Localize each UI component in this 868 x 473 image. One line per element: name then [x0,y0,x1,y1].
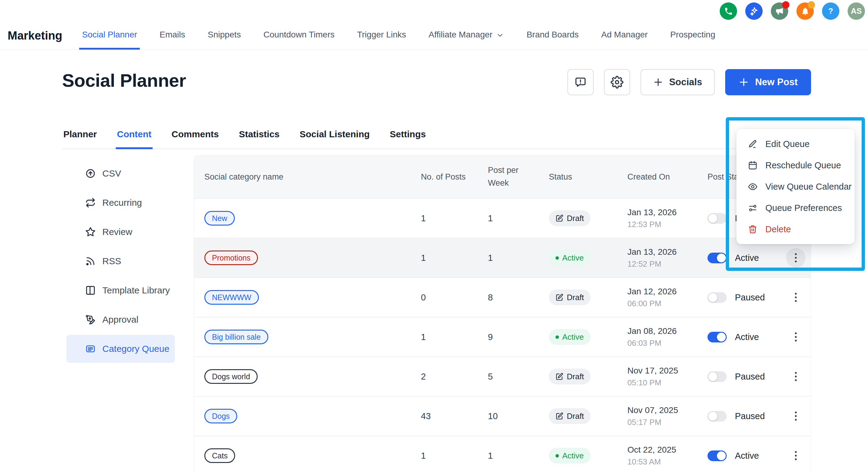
column-header: Status [549,172,627,182]
created-on-cell: Jan 08, 202606:03 PM [627,327,708,347]
kebab-menu-button[interactable] [786,406,806,426]
nav-item-label: Affiliate Manager [429,30,493,40]
add-socials-button[interactable]: Socials [641,69,715,95]
tab-social-listening[interactable]: Social Listening [299,123,371,149]
kebab-menu-button[interactable] [786,446,806,465]
sidebar-item-rss[interactable]: RSS [66,247,175,275]
phone-icon[interactable] [720,2,737,20]
post-status-label: Paused [735,411,765,421]
status-badge-label: Active [562,253,584,263]
sidebar-item-label: Category Queue [102,344,169,354]
avatar[interactable]: AS [847,2,865,20]
tab-statistics[interactable]: Statistics [238,123,280,149]
kebab-menu-button[interactable] [786,327,806,347]
nav-item-countdown-timers[interactable]: Countdown Timers [261,22,337,49]
category-pill[interactable]: Dogs [204,409,237,424]
csv-upload-icon [85,168,96,179]
sidebar-item-category-queue[interactable]: Category Queue [66,335,175,363]
post-status-toggle[interactable] [708,450,727,461]
post-per-week-cell: 10 [488,411,549,421]
sidebar-item-label: RSS [102,256,121,266]
post-status-toggle[interactable] [708,371,727,382]
queue-context-menu: Edit QueueReschedule QueueView Queue Cal… [737,129,855,244]
kebab-menu-button[interactable] [786,248,806,268]
megaphone-icon[interactable] [771,2,788,20]
draft-status-badge: Draft [549,210,591,226]
category-pill[interactable]: NEWWWW [204,290,259,305]
tab-planner[interactable]: Planner [62,123,98,149]
created-time: 12:52 PM [627,260,708,268]
post-status-toggle[interactable] [708,213,727,224]
no-of-posts-cell: 1 [421,451,488,461]
sidebar-item-template-library[interactable]: Template Library [66,276,175,304]
actions-cell [786,327,811,347]
menu-item-label: Delete [765,224,791,234]
tab-settings[interactable]: Settings [389,123,427,149]
new-post-button-label: New Post [755,77,798,88]
created-date: Jan 08, 2026 [627,327,708,335]
category-pill[interactable]: New [204,211,235,226]
help-icon[interactable]: ? [822,2,839,20]
post-status-toggle[interactable] [708,332,727,342]
nav-item-trigger-links[interactable]: Trigger Links [354,22,409,49]
menu-item-edit-queue[interactable]: Edit Queue [737,133,855,155]
tab-comments[interactable]: Comments [170,123,220,149]
menu-item-delete[interactable]: Delete [737,218,855,240]
status-badge-label: Draft [567,214,584,223]
sidebar-item-approval[interactable]: Approval [66,306,175,334]
kebab-menu-button[interactable] [786,367,806,386]
menu-item-queue-preferences[interactable]: Queue Preferences [737,197,855,218]
category-pill[interactable]: Dogs world [204,369,258,384]
nav-item-affiliate-manager[interactable]: Affiliate Manager [426,22,507,49]
category-queue-icon [85,344,96,354]
feedback-button[interactable] [567,69,594,95]
sparkles-icon[interactable] [745,2,763,20]
post-status-toggle[interactable] [708,292,727,303]
plus-icon [653,77,663,87]
created-on-cell: Nov 07, 202505:17 PM [627,406,708,426]
approval-pen-icon [85,314,96,325]
toggle-knob [708,412,717,420]
post-status-label: Active [735,253,759,263]
nav-item-ad-manager[interactable]: Ad Manager [598,22,651,49]
settings-button[interactable] [604,69,630,95]
category-name-cell: Promotions [194,250,421,265]
post-status-toggle[interactable] [708,411,727,421]
created-time: 05:10 PM [627,379,708,386]
status-badge-label: Draft [567,372,584,381]
sidebar-item-label: Template Library [102,285,170,296]
category-pill[interactable]: Big billion sale [204,330,268,344]
post-status-toggle[interactable] [708,252,727,263]
menu-item-reschedule-queue[interactable]: Reschedule Queue [737,155,855,176]
sidebar-item-recurring[interactable]: Recurring [66,189,175,217]
sidebar-item-csv[interactable]: CSV [66,160,175,188]
category-pill[interactable]: Cats [204,448,235,463]
nav-item-snippets[interactable]: Snippets [205,22,244,49]
tab-content[interactable]: Content [116,123,153,149]
post-per-week-cell: 1 [488,253,549,263]
category-pill[interactable]: Promotions [204,250,258,265]
column-header-label: Created On [627,172,708,182]
top-bar: ?AS Marketing Social PlannerEmailsSnippe… [0,0,868,49]
menu-item-view-queue-calendar[interactable]: View Queue Calendar [737,176,855,197]
created-time: 12:53 PM [627,221,708,228]
kebab-menu-button[interactable] [786,288,806,307]
sidebar-item-label: Approval [102,314,138,325]
created-date: Nov 07, 2025 [627,406,708,414]
created-time: 05:17 PM [627,418,708,426]
table-body: New11DraftJan 13, 202612:53 PMPausedProm… [194,198,811,473]
nav-item-emails[interactable]: Emails [157,22,188,49]
sidebar-item-review[interactable]: Review [66,218,175,246]
edit-draft-icon [556,373,563,380]
toggle-knob [717,254,726,262]
nav-item-brand-boards[interactable]: Brand Boards [524,22,581,49]
created-on-cell: Jan 13, 202612:53 PM [627,208,708,228]
nav-item-social-planner[interactable]: Social Planner [79,22,140,49]
table-row: Dogs4310DraftNov 07, 202505:17 PMPaused [194,396,811,436]
nav-item-prospecting[interactable]: Prospecting [668,22,718,49]
new-post-button[interactable]: New Post [725,69,811,95]
bell-icon[interactable] [797,2,814,20]
created-on-cell: Nov 17, 202505:10 PM [627,367,708,386]
table-header-row: Social category nameNo. of PostsPost per… [194,156,811,198]
planner-tabs: PlannerContentCommentsStatisticsSocial L… [62,123,811,149]
